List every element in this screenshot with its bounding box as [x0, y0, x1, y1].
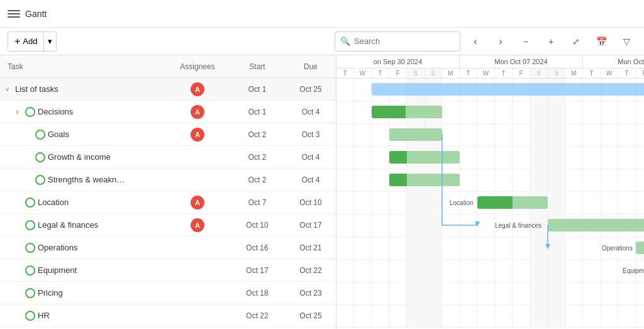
gantt-cell [336, 260, 354, 282]
col-task-header: Task [0, 62, 166, 71]
task-row[interactable]: ∨List of tasksAOct 1Oct 25 [0, 78, 336, 101]
search-input[interactable] [354, 36, 455, 46]
due-date: Oct 25 [286, 311, 336, 320]
gantt-cell [530, 169, 548, 192]
gantt-cell [583, 124, 601, 147]
calendar-button[interactable]: 📅 [591, 31, 611, 52]
gantt-bar: Location [477, 196, 548, 209]
gantt-cell [565, 237, 583, 260]
task-row[interactable]: Growth & incomeOct 2Oct 4 [0, 146, 336, 169]
task-row[interactable]: HROct 22Oct 25 [0, 304, 336, 327]
fit-button[interactable]: ⤢ [566, 31, 586, 52]
task-status-icon [25, 198, 35, 208]
gantt-day-label: S [548, 69, 565, 78]
gantt-cell [477, 147, 495, 169]
task-name: Strengths & weakn… [48, 175, 125, 184]
gantt-cell [442, 260, 460, 282]
toolbar: + Add ▾ 🔍 ‹ › − + ⤢ 📅 ▽ [0, 28, 644, 55]
gantt-cell [548, 192, 565, 215]
filter-button[interactable]: ▽ [616, 31, 636, 52]
gantt-cell [601, 282, 618, 305]
due-date: Oct 4 [286, 153, 336, 162]
gantt-cell [477, 260, 495, 282]
gantt-cell [583, 260, 601, 282]
gantt-cell [513, 260, 530, 282]
gantt-cell [601, 305, 618, 328]
due-date: Oct 4 [286, 176, 336, 184]
task-row[interactable]: Legal & financesAOct 10Oct 17 [0, 214, 336, 237]
gantt-cell [495, 260, 513, 282]
task-row[interactable]: LocationAOct 7Oct 10 [0, 191, 336, 214]
due-date: Oct 17 [286, 221, 336, 230]
gantt-cell [354, 215, 372, 237]
gantt-cell [495, 101, 513, 124]
add-button-group: + Add ▾ [8, 31, 57, 52]
gantt-cell [636, 305, 644, 328]
expand-chevron[interactable]: ∨ [5, 86, 13, 92]
task-cell: Pricing [0, 288, 166, 298]
gantt-cell [583, 192, 601, 215]
gantt-row [336, 101, 644, 124]
gantt-cell [460, 147, 477, 169]
gantt-week-label: Mon Oct 07 2024 [460, 55, 583, 68]
gantt-cell [495, 237, 513, 260]
task-row[interactable]: ∨DecisionsAOct 1Oct 4 [0, 101, 336, 123]
gantt-cell [460, 124, 477, 147]
task-name: Growth & income [48, 152, 111, 162]
assignee-cell: A [166, 196, 229, 209]
task-cell: Goals [0, 130, 166, 140]
gantt-cell [354, 124, 372, 147]
gantt-cell [618, 169, 636, 192]
gantt-cell [618, 101, 636, 124]
gantt-bar [389, 151, 460, 164]
gantt-cell [372, 147, 389, 169]
gantt-cell [495, 147, 513, 169]
gantt-cell [530, 101, 548, 124]
add-button[interactable]: + Add [8, 32, 44, 51]
gantt-cell [460, 305, 477, 328]
gantt-cell [548, 282, 565, 305]
gantt-cell [530, 237, 548, 260]
menu-icon[interactable] [8, 8, 20, 20]
gantt-cell [354, 147, 372, 169]
gantt-bar-label: Legal & finances [495, 222, 541, 229]
zoom-in-button[interactable]: + [541, 31, 561, 52]
task-row[interactable]: PricingOct 18Oct 23 [0, 282, 336, 304]
next-button[interactable]: › [491, 31, 511, 52]
gantt-cell [442, 101, 460, 124]
gantt-bar [372, 83, 644, 96]
task-row[interactable]: EquipmentOct 17Oct 22 [0, 259, 336, 282]
prev-button[interactable]: ‹ [465, 31, 486, 52]
gantt-cell [565, 101, 583, 124]
gantt-area[interactable]: on Sep 30 2024Mon Oct 07 2024Mon Oct 14 … [336, 55, 644, 329]
gantt-cell [372, 282, 389, 305]
task-table: Task Assignees Start Due ∨List of tasksA… [0, 55, 336, 329]
gantt-row: Legal & finances [336, 215, 644, 237]
gantt-cell [548, 169, 565, 192]
gantt-cell [601, 169, 618, 192]
gantt-cell [407, 215, 425, 237]
add-dropdown-button[interactable]: ▾ [44, 32, 56, 51]
table-header: Task Assignees Start Due [0, 55, 336, 78]
gantt-day-label: S [407, 69, 425, 78]
gantt-cell [389, 215, 407, 237]
task-row[interactable]: GoalsAOct 2Oct 3 [0, 123, 336, 146]
gantt-cell [425, 215, 442, 237]
task-cell: Strengths & weakn… [0, 175, 166, 185]
expand-chevron[interactable]: ∨ [15, 108, 23, 115]
task-name: Legal & finances [38, 220, 98, 230]
zoom-out-button[interactable]: − [516, 31, 536, 52]
gantt-day-label: T [336, 69, 354, 78]
gantt-day-label: F [389, 69, 407, 78]
due-date: Oct 22 [286, 266, 336, 275]
task-row[interactable]: Strengths & weakn…Oct 2Oct 4 [0, 169, 336, 191]
gantt-cell [460, 282, 477, 305]
gantt-cell [618, 282, 636, 305]
gantt-cell [442, 282, 460, 305]
gantt-cell [442, 124, 460, 147]
main-content: Task Assignees Start Due ∨List of tasksA… [0, 55, 644, 329]
task-row[interactable]: OperationsOct 16Oct 21 [0, 237, 336, 259]
due-date: Oct 4 [286, 108, 336, 116]
gantt-cell [530, 124, 548, 147]
gantt-day-label: T [372, 69, 389, 78]
